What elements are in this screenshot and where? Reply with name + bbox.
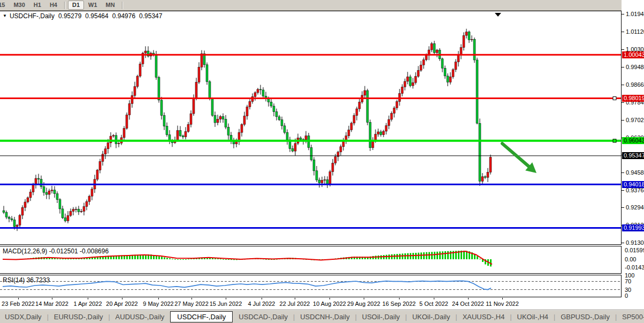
candle-body [128,104,131,115]
tab-usoil-daily[interactable]: USOil-,Daily [357,311,405,322]
line-handle[interactable] [613,97,616,100]
macd-histogram-bar [439,252,441,260]
candle-body [471,39,473,40]
candle-body [318,180,320,183]
tab-audusd-daily[interactable]: AUDUSD-,Daily [111,311,170,322]
price-tick-label: 1.01120 [626,28,644,35]
candle-body [342,141,344,147]
candle-body [313,160,315,171]
price-tick-mark [622,243,624,243]
tab-xauusd-h4[interactable]: XAUUSD-,H4 [458,311,510,322]
candle-body [123,129,125,138]
tab-usdchf-daily[interactable]: USDCHF-,Daily [170,311,233,322]
date-tick-mark [399,298,400,299]
toolbar-separator [122,2,123,9]
date-tick-mark [434,298,434,299]
candle-body [209,81,211,99]
candle-body [487,172,489,177]
trend-arrow-shaft[interactable] [502,144,529,167]
candle-body [281,120,283,126]
ohlc-low: 0.94976 [112,12,135,20]
date-tick-mark [329,298,330,299]
line-handle[interactable] [613,139,616,142]
candle-body [385,126,387,132]
candle-body [104,149,106,154]
candle-body [126,115,128,129]
candle-body [11,219,13,220]
candle-body [75,209,77,209]
price-tick-label: 0.92940 [626,204,644,211]
candle-body [380,132,382,135]
macd-scale-label: 0.01599 [625,247,644,253]
date-tick-mark [52,298,52,299]
candle-body [214,116,216,123]
candle-body [388,119,390,126]
candle-body [112,136,114,136]
candle-body [110,136,112,143]
candle-body [40,179,42,187]
candle-body [246,107,248,116]
tab-ukoil-h4[interactable]: UKOil-,H4 [512,311,554,322]
timeframe-button-d1[interactable]: D1 [68,1,84,10]
candle-body [131,95,133,103]
candle-body [431,43,433,50]
macd-histogram-bar [426,252,427,259]
candle-body [182,136,184,137]
candle-body [53,190,56,194]
macd-histogram-bar [217,259,219,259]
macd-histogram-bar [169,258,171,259]
candle-body [19,215,21,226]
candle-body [262,90,264,96]
candle-body [134,87,136,96]
candle-body [366,91,369,122]
candle-body [420,65,422,70]
macd-histogram-bar [220,259,221,259]
candle-body [340,147,342,152]
candle-body [222,117,224,119]
macd-histogram-bar [431,252,433,259]
candle-body [206,65,208,82]
date-tick-mark [295,298,295,299]
price-level-badge: 0.96043 [622,137,644,144]
price-level-badge: 0.91993 [622,224,644,231]
tab-ukoil-daily[interactable]: UKOil-,Daily [408,311,455,322]
date-tick-mark [502,298,503,299]
candle-body [158,77,160,100]
timeframe-button-h4[interactable]: H4 [45,1,62,10]
timeframe-button-mn[interactable]: MN [102,1,119,10]
tab-usdx-daily[interactable]: USDX,Daily [0,311,47,322]
candle-body [96,170,98,179]
candle-body [423,60,425,65]
candle-body [8,217,10,219]
tab-usdcnh-daily[interactable]: USDCNH-,Daily [295,311,354,322]
candle-body [45,192,48,194]
candle-body [283,126,286,132]
macd-histogram-bar [188,259,189,259]
candle-body [78,209,80,212]
tab-gbpusd-daily[interactable]: GBPUSD-,Daily [556,311,615,322]
candle-body [195,82,197,98]
candle-body [457,55,459,62]
candle-body [481,177,484,182]
candle-body [447,76,449,82]
macd-scale-label: 0.00 [625,256,636,262]
candle-body [425,55,427,60]
tab-usdcad-daily[interactable]: USDCAD-,Daily [234,311,293,322]
candle-body [166,126,168,135]
chart-dropdown-icon[interactable]: ▼ [3,13,7,18]
macd-histogram-bar [185,259,187,260]
price-tick-mark [622,85,624,85]
candle-body [193,98,195,114]
timeframe-button-m30[interactable]: M30 [9,1,29,10]
macd-histogram-bar [182,259,184,260]
date-tick-mark [262,298,262,299]
timeframe-button-h1[interactable]: H1 [29,1,45,10]
price-tick-mark [622,102,624,103]
tab-eurusd-daily[interactable]: EURUSD-,Daily [49,311,108,322]
tab-sp500-h4[interactable]: SP500-,H4 [617,311,644,322]
timeframe-button-w1[interactable]: W1 [84,1,102,10]
candle-body [155,55,157,77]
candle-body [37,178,40,179]
candle-body [449,77,451,82]
timeframe-button-m15[interactable]: M15 [0,1,9,10]
